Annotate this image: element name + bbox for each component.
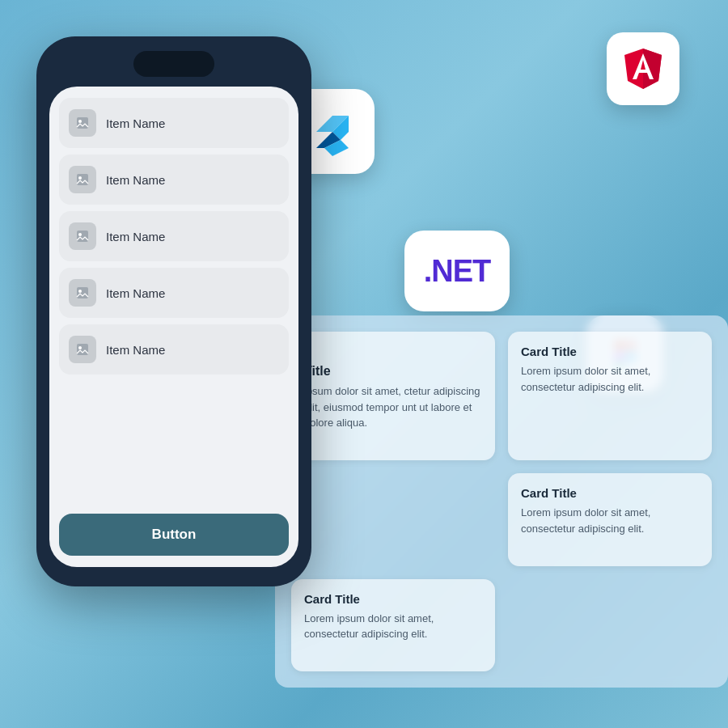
panel-partial-card-title: Title xyxy=(304,364,482,379)
list-item-5-thumb xyxy=(69,336,96,363)
list-item-2-thumb xyxy=(69,166,96,193)
angular-icon xyxy=(621,47,665,91)
svg-point-20 xyxy=(78,290,82,293)
svg-rect-15 xyxy=(77,174,88,185)
list-item-2[interactable]: Item Name xyxy=(59,154,289,205)
panel-card-1-title: Card Title xyxy=(521,345,699,358)
svg-point-16 xyxy=(78,176,82,180)
panel-card-3-title: Card Title xyxy=(304,592,482,606)
panel-card-2: Card Title Lorem ipsum dolor sit amet, c… xyxy=(508,473,712,566)
svg-point-22 xyxy=(78,346,82,349)
panel-card-1-body: Lorem ipsum dolor sit amet, consectetur … xyxy=(521,363,699,395)
dynamic-island xyxy=(133,51,214,77)
phone-mockup: Item Name Item Name Item Name Item Name xyxy=(36,36,311,586)
phone-screen: Item Name Item Name Item Name Item Name xyxy=(49,87,298,567)
list-item-4[interactable]: Item Name xyxy=(59,268,289,318)
panel-card-3: Card Title Lorem ipsum dolor sit amet, c… xyxy=(291,579,495,672)
angular-badge xyxy=(607,32,679,105)
svg-rect-13 xyxy=(77,117,88,129)
list-item-3[interactable]: Item Name xyxy=(59,211,289,261)
svg-point-18 xyxy=(78,233,82,236)
panel-partial-card-body: ipsum dolor sit amet, ctetur adipiscing … xyxy=(304,383,482,431)
list-item-1-thumb xyxy=(69,109,96,137)
list-item-4-label: Item Name xyxy=(106,286,165,300)
list-item-1[interactable]: Item Name xyxy=(59,98,289,148)
phone-button[interactable]: Button xyxy=(59,514,289,556)
panel-card-2-body: Lorem ipsum dolor sit amet, consectetur … xyxy=(521,505,699,536)
list-item-1-label: Item Name xyxy=(106,116,165,130)
list-item-2-label: Item Name xyxy=(106,173,165,187)
flutter-icon xyxy=(308,108,357,156)
panel-card-2-title: Card Title xyxy=(521,486,699,500)
list-item-5-label: Item Name xyxy=(106,343,165,357)
panel-card-partial: g Title ipsum dolor sit amet, ctetur adi… xyxy=(291,332,495,460)
list-item-3-thumb xyxy=(69,222,96,250)
dotnet-badge: .NET xyxy=(404,231,510,311)
svg-point-14 xyxy=(78,120,82,123)
list-item-4-thumb xyxy=(69,279,96,307)
svg-rect-17 xyxy=(77,231,88,242)
list-item-3-label: Item Name xyxy=(106,230,165,243)
panel-card-1: Card Title Lorem ipsum dolor sit amet, c… xyxy=(508,332,712,460)
list-item-5[interactable]: Item Name xyxy=(59,324,289,375)
panel-card-3-body: Lorem ipsum dolor sit amet, consectetur … xyxy=(304,611,482,642)
svg-rect-19 xyxy=(77,287,88,298)
panel-partial-heading: g xyxy=(304,345,482,359)
svg-rect-21 xyxy=(77,344,88,355)
desktop-panel: g Title ipsum dolor sit amet, ctetur adi… xyxy=(275,315,728,688)
dotnet-label: .NET xyxy=(424,254,491,289)
